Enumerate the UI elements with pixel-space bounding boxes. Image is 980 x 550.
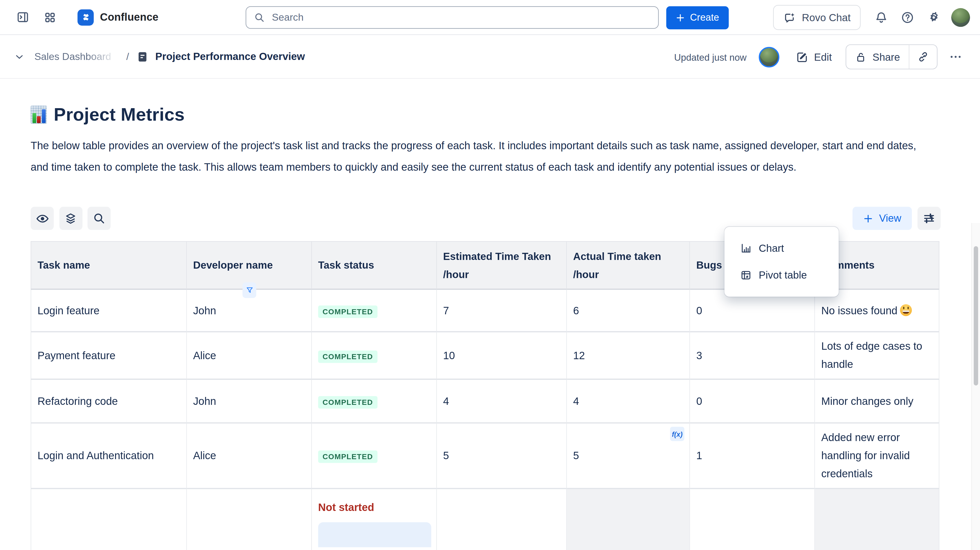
column-filter-button[interactable] [242,282,256,298]
menu-item-chart-label: Chart [759,242,784,254]
table-row: Refactoring code John COMPLETED 4 4 0 Mi… [30,380,939,423]
status-badge[interactable]: COMPLETED [318,305,377,318]
more-actions-button[interactable] [946,48,965,66]
page-title: Project Metrics [30,104,980,125]
breadcrumb-space-link[interactable]: Sales Dashboard [35,51,119,62]
status-options-popup[interactable] [318,522,431,547]
cell-status[interactable]: COMPLETED [312,380,437,423]
rovo-chat-label: Rovo Chat [802,11,851,24]
cell-status[interactable]: COMPLETED [312,332,437,380]
create-button[interactable]: Create [667,6,729,29]
settings-button[interactable] [923,7,944,28]
cell-comments[interactable]: Lots of edge cases to handle [815,332,939,380]
cell-comments[interactable]: Added new error handling for invalid cre… [815,423,939,489]
cell-actual[interactable]: 6 [567,290,690,332]
sliders-icon [923,212,935,225]
cell-estimated[interactable]: 7 [437,290,567,332]
copy-link-button[interactable] [909,45,937,68]
gear-icon [927,11,941,24]
cell-estimated[interactable]: 10 [437,332,567,380]
breadcrumb-separator: / [126,51,129,62]
breadcrumb-expand-button[interactable] [11,48,27,65]
status-badge[interactable]: COMPLETED [318,350,377,363]
table-row: Payment feature Alice COMPLETED 10 12 3 … [30,332,939,380]
cell-developer[interactable]: Alice [187,332,312,380]
pivot-table-icon [740,269,752,281]
rovo-chat-button[interactable]: Rovo Chat [773,5,861,30]
confluence-logo[interactable]: Confluence [78,9,159,25]
page-title-text: Project Metrics [54,104,185,125]
link-icon [917,51,929,63]
cell-actual[interactable]: 12 [567,332,690,380]
edit-button[interactable]: Edit [795,50,832,63]
eye-toggle-button[interactable] [30,207,54,230]
help-button[interactable] [897,7,918,28]
smiley-emoji [900,304,912,316]
sidebar-toggle-button[interactable] [13,7,32,27]
app-switcher-button[interactable] [40,7,60,27]
cell-task[interactable]: Login feature [30,290,187,332]
table-row: Login and Authentication Alice COMPLETED… [30,423,939,489]
cell-comments[interactable]: Minor changes only [815,380,939,423]
cell-estimated[interactable]: 4 [437,380,567,423]
column-header-estimated-time[interactable]: Estimated Time Taken /hour [437,241,567,290]
cell-bugs[interactable]: 1 [690,423,815,489]
cell-status[interactable]: COMPLETED [312,290,437,332]
cell-comments[interactable] [815,489,939,550]
formula-badge[interactable]: f(x) [670,427,684,441]
question-circle-icon [900,11,915,24]
layers-button[interactable] [59,207,82,230]
column-header-task-name[interactable]: Task name [30,241,187,290]
search-input[interactable] [270,11,651,24]
menu-item-pivot-table-label: Pivot table [759,269,807,281]
edit-button-label: Edit [814,51,832,63]
cell-developer[interactable]: Alice [187,423,312,489]
share-button[interactable]: Share [846,45,909,68]
cell-status[interactable]: COMPLETED [312,423,437,489]
comment-text: No issues found [821,305,897,316]
plus-icon [676,13,685,22]
ellipsis-icon [949,50,963,64]
cell-estimated[interactable] [437,489,567,550]
confluence-logo-icon [78,9,94,25]
menu-item-pivot-table[interactable]: Pivot table [724,262,838,289]
create-button-label: Create [690,12,719,23]
share-button-group: Share [845,45,937,69]
add-view-label: View [879,213,901,224]
cell-task[interactable] [30,489,187,550]
cell-bugs[interactable]: 0 [690,380,815,423]
table-display-settings-button[interactable] [918,207,941,230]
table-search-button[interactable] [88,207,111,230]
status-badge[interactable]: COMPLETED [318,450,377,463]
bar-chart-emoji [30,106,47,124]
menu-item-chart[interactable]: Chart [724,235,838,262]
cell-actual[interactable] [567,489,690,550]
column-header-task-status[interactable]: Task status [312,241,437,290]
user-avatar[interactable] [951,8,970,27]
search-icon [254,12,265,23]
share-button-label: Share [873,51,900,63]
cell-actual[interactable]: 4 [567,380,690,423]
contributor-avatar[interactable] [759,46,779,67]
cell-developer[interactable] [187,489,312,550]
cell-bugs[interactable]: 3 [690,332,815,380]
table-toolbar: View [0,207,980,230]
cell-task[interactable]: Payment feature [30,332,187,380]
app-switcher-grid-icon [44,11,56,24]
cell-developer[interactable]: John [187,380,312,423]
rovo-chat-icon [783,11,796,24]
view-type-dropdown-menu: Chart Pivot table [724,227,838,297]
cell-task[interactable]: Refactoring code [30,380,187,423]
status-badge[interactable]: COMPLETED [318,396,377,408]
cell-estimated[interactable]: 5 [437,423,567,489]
funnel-icon [245,286,253,294]
notifications-button[interactable] [870,7,892,28]
add-view-button[interactable]: View [852,207,912,230]
global-search[interactable] [245,6,659,29]
vertical-scrollbar-thumb[interactable] [974,246,978,385]
column-header-actual-time[interactable]: Actual Time taken /hour [567,241,690,290]
cell-bugs[interactable] [690,489,815,550]
cell-task[interactable]: Login and Authentication [30,423,187,489]
top-navigation-bar: Confluence Create [0,0,980,35]
chart-icon [740,242,752,254]
